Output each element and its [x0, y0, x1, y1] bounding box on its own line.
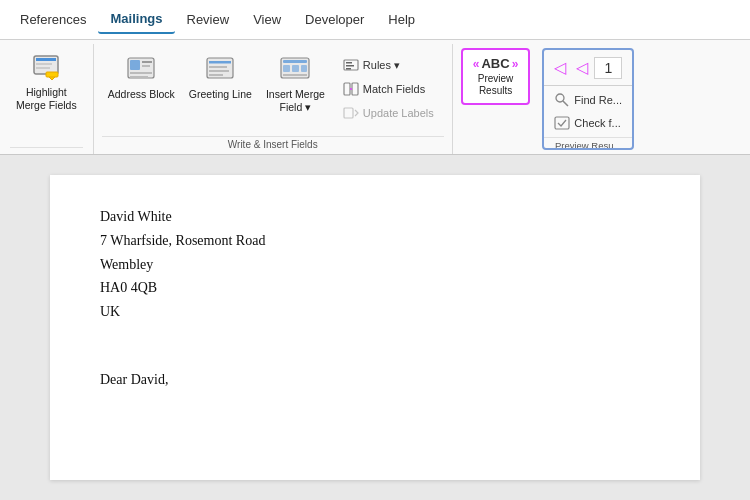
svg-rect-24 — [346, 65, 354, 67]
check-errors-icon — [554, 115, 570, 131]
insert-merge-field-label: Insert MergeField ▾ — [266, 88, 325, 113]
match-fields-button[interactable]: Match Fields — [337, 78, 440, 100]
svg-rect-10 — [130, 76, 148, 78]
svg-rect-20 — [301, 65, 307, 72]
svg-rect-25 — [346, 68, 351, 70]
ribbon-group-highlight: HighlightMerge Fields — [0, 44, 94, 154]
write-insert-group-label: Write & Insert Fields — [102, 136, 444, 154]
find-recipient-button[interactable]: Find Re... — [548, 89, 628, 111]
svg-rect-8 — [142, 65, 150, 67]
preview-results-section: « ABC » PreviewResults — [453, 44, 539, 154]
greeting-line-button[interactable]: Greeting Line — [183, 50, 258, 105]
nav-group-label: Preview Resu... — [544, 137, 632, 150]
svg-line-31 — [563, 101, 568, 106]
svg-rect-23 — [346, 62, 352, 64]
abc-text: ABC — [481, 56, 509, 71]
svg-rect-2 — [36, 63, 52, 65]
highlight-merge-fields-label: HighlightMerge Fields — [16, 86, 77, 111]
nav-prev-prev-button[interactable]: ◁ — [550, 56, 570, 79]
doc-line-5: UK — [100, 300, 650, 324]
svg-rect-26 — [344, 83, 350, 95]
document-content: David White 7 Wharfside, Rosemont Road W… — [100, 205, 650, 392]
menu-item-review[interactable]: Review — [175, 6, 242, 33]
preview-results-group-label — [457, 148, 535, 154]
svg-rect-18 — [283, 65, 290, 72]
match-fields-icon — [343, 81, 359, 97]
greeting-line-icon — [204, 54, 236, 86]
menu-item-view[interactable]: View — [241, 6, 293, 33]
menu-item-references[interactable]: References — [8, 6, 98, 33]
check-errors-button[interactable]: Check f... — [548, 112, 628, 134]
svg-rect-29 — [344, 108, 353, 118]
svg-rect-32 — [555, 117, 569, 129]
left-arrows-icon: « — [473, 57, 480, 71]
document-area: David White 7 Wharfside, Rosemont Road W… — [0, 155, 750, 500]
svg-rect-7 — [142, 61, 152, 63]
insert-merge-field-button[interactable]: Insert MergeField ▾ — [260, 50, 331, 117]
highlight-group-label — [10, 147, 83, 154]
update-labels-button[interactable]: Update Labels — [337, 102, 440, 124]
svg-rect-4 — [46, 72, 58, 77]
ribbon-side-btns: Rules ▾ Match Fields — [333, 50, 444, 128]
address-block-button[interactable]: Address Block — [102, 50, 181, 105]
doc-line-1: David White — [100, 205, 650, 229]
address-block-label: Address Block — [108, 88, 175, 101]
preview-results-label: PreviewResults — [478, 73, 514, 97]
menu-item-help[interactable]: Help — [376, 6, 427, 33]
address-block-icon — [125, 54, 157, 86]
update-labels-icon — [343, 105, 359, 121]
right-arrows-icon: » — [512, 57, 519, 71]
svg-rect-17 — [283, 60, 307, 63]
update-labels-label: Update Labels — [363, 107, 434, 119]
highlight-merge-fields-button[interactable]: HighlightMerge Fields — [10, 48, 83, 115]
nav-controls: ◁ ◁ 1 — [544, 50, 632, 86]
match-fields-label: Match Fields — [363, 83, 425, 95]
nav-side-buttons: Find Re... Check f... — [544, 86, 632, 137]
svg-rect-21 — [283, 74, 307, 76]
nav-number-input[interactable]: 1 — [594, 57, 622, 79]
rules-label: Rules ▾ — [363, 59, 400, 72]
doc-line-blank — [100, 324, 650, 348]
doc-line-2: 7 Wharfside, Rosemont Road — [100, 229, 650, 253]
svg-rect-1 — [36, 58, 56, 61]
rules-button[interactable]: Rules ▾ — [337, 54, 440, 76]
svg-rect-15 — [209, 74, 223, 76]
nav-prev-button[interactable]: ◁ — [572, 56, 592, 79]
rules-icon — [343, 57, 359, 73]
insert-merge-field-icon — [279, 54, 311, 86]
ribbon: HighlightMerge Fields Address Block — [0, 40, 750, 155]
highlight-icon — [30, 52, 62, 84]
doc-line-dear: Dear David, — [100, 368, 650, 392]
doc-line-4: HA0 4QB — [100, 276, 650, 300]
svg-rect-14 — [209, 70, 229, 72]
svg-rect-19 — [292, 65, 299, 72]
svg-rect-12 — [209, 61, 231, 64]
nav-group: ◁ ◁ 1 Find Re... — [542, 48, 634, 150]
find-recipient-label: Find Re... — [574, 94, 622, 106]
preview-arrows-row: « ABC » — [473, 56, 519, 71]
doc-line-3: Wembley — [100, 253, 650, 277]
svg-rect-27 — [352, 83, 358, 95]
svg-rect-13 — [209, 66, 227, 68]
menu-item-mailings[interactable]: Mailings — [98, 5, 174, 34]
svg-rect-9 — [130, 72, 152, 74]
find-recipient-icon — [554, 92, 570, 108]
svg-rect-6 — [130, 60, 140, 70]
menu-bar: References Mailings Review View Develope… — [0, 0, 750, 40]
ribbon-group-write-insert: Address Block Greeting Line — [94, 44, 453, 154]
document-page: David White 7 Wharfside, Rosemont Road W… — [50, 175, 700, 480]
svg-rect-3 — [36, 67, 50, 69]
preview-results-button[interactable]: « ABC » PreviewResults — [461, 48, 531, 105]
menu-item-developer[interactable]: Developer — [293, 6, 376, 33]
greeting-line-label: Greeting Line — [189, 88, 252, 101]
svg-point-30 — [556, 94, 564, 102]
check-errors-label: Check f... — [574, 117, 620, 129]
